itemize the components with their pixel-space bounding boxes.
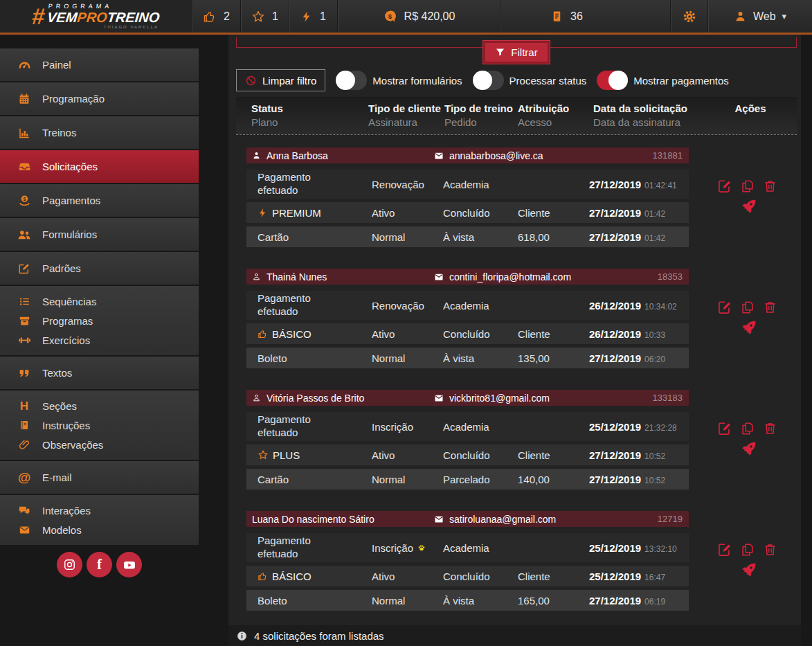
envelope-icon [434, 272, 444, 282]
sidebar-item-sequencias[interactable]: Sequências [0, 291, 199, 311]
delete-button[interactable] [763, 300, 777, 315]
edit-button[interactable] [717, 542, 732, 557]
youtube-button[interactable] [116, 552, 142, 577]
filtrar-button[interactable]: Filtrar [483, 41, 550, 64]
thumbs-up-icon [203, 10, 217, 24]
edit-button[interactable] [717, 421, 732, 436]
envelope-icon [17, 524, 31, 536]
delete-button[interactable] [763, 542, 777, 557]
dumbbell-icon [17, 334, 31, 347]
rocket-button[interactable] [740, 440, 758, 458]
sidebar-item-secoes[interactable]: H Seções [0, 396, 199, 415]
request-card: Anna Barbosa annabarbosa@live.ca 131881 … [236, 147, 797, 247]
client-name: Thainá Nunes [252, 271, 327, 282]
status-row: Pagamento efetuado Inscrição Academia 25… [246, 412, 689, 441]
toggle-label: Processar status [509, 75, 587, 87]
h-icon: H [17, 400, 31, 412]
client-email: vickbrito81@gmail.com [434, 393, 550, 404]
copy-button[interactable] [740, 421, 755, 436]
sidebar-item-solicitacoes[interactable]: Solicitações [0, 150, 199, 183]
request-list: Anna Barbosa annabarbosa@live.ca 131881 … [236, 147, 797, 632]
list-icon [17, 296, 31, 307]
logo-subtitle: THIAGO VARELLA [46, 25, 159, 29]
delete-button[interactable] [763, 421, 777, 436]
settings-button[interactable] [670, 0, 707, 33]
sidebar-item-programas[interactable]: Programas [0, 311, 199, 330]
card-header: Anna Barbosa annabarbosa@live.ca 131881 [246, 147, 689, 163]
edit-button[interactable] [717, 300, 732, 315]
stat-money[interactable]: $ R$ 420,00 [337, 0, 500, 33]
sidebar-item-observacoes[interactable]: Observações [0, 435, 199, 454]
payment-row: Cartão Normal Parcelado 140,00 27/12/201… [246, 469, 689, 490]
facebook-icon: f [97, 557, 102, 573]
sidebar-item-textos[interactable]: Textos [0, 357, 199, 389]
svg-text:$: $ [23, 197, 26, 202]
stat-docs[interactable]: 36 [500, 0, 633, 33]
stat-likes[interactable]: 2 [192, 0, 240, 33]
rocket-button[interactable] [740, 318, 758, 337]
chat-icon [17, 504, 31, 517]
client-name: Vitória Passos de Brito [252, 393, 364, 404]
chart-icon [17, 127, 31, 139]
sidebar-item-exercicios[interactable]: Exercícios [0, 330, 199, 350]
copy-button[interactable] [740, 542, 755, 557]
facebook-button[interactable]: f [87, 552, 112, 577]
svg-text:$: $ [388, 12, 392, 20]
toggle-knob [608, 71, 628, 90]
rocket-button[interactable] [740, 561, 758, 579]
status-row: Pagamento efetuado Renovação Academia 27… [246, 170, 689, 199]
edit-button[interactable] [717, 179, 732, 194]
limpar-filtro-button[interactable]: Limpar filtro [236, 69, 325, 91]
sidebar-item-painel[interactable]: Painel [0, 48, 199, 81]
sidebar-item-instrucoes[interactable]: Instruções [0, 415, 199, 435]
envelope-icon [434, 393, 444, 403]
chevron-down-icon: ▾ [782, 11, 787, 21]
gauge-icon [17, 58, 31, 71]
user-menu[interactable]: Web ▾ [707, 0, 812, 33]
copy-button[interactable] [740, 179, 755, 194]
delete-button[interactable] [763, 179, 777, 194]
edit-square-icon [17, 262, 31, 275]
sidebar-item-padroes[interactable]: Padrões [0, 252, 199, 285]
sidebar-item-pagamentos[interactable]: $ Pagamentos [0, 184, 199, 217]
toggle-mostrar-pagamentos[interactable] [597, 71, 628, 90]
client-name: Anna Barbosa [252, 150, 328, 161]
star-icon [251, 10, 265, 24]
toggle-label: Mostrar formulários [372, 75, 462, 87]
results-summary: 4 solicitações foram listadas [228, 625, 801, 646]
col-atribuicao: AtribuiçãoAcesso [518, 102, 593, 134]
payment-row: Boleto Normal À vista 165,00 27/12/20190… [246, 590, 689, 611]
toggle-mostrar-formularios[interactable] [336, 71, 367, 90]
stat-docs-value: 36 [570, 10, 583, 23]
status-row: Pagamento efetuado Renovação Academia 26… [246, 291, 689, 320]
paperclip-icon [17, 439, 31, 451]
sidebar-item-email[interactable]: @ E-mail [0, 461, 199, 494]
at-icon: @ [17, 471, 31, 484]
copy-button[interactable] [740, 300, 755, 315]
stat-bolts[interactable]: 1 [289, 0, 337, 33]
logo-programa: PROGRAMA [48, 3, 161, 10]
payment-row: Boleto Normal À vista 135,00 27/12/20190… [246, 348, 689, 368]
user-icon [734, 10, 747, 23]
stat-stars-value: 1 [272, 10, 278, 23]
inbox-icon [17, 160, 31, 173]
sidebar-item-treinos[interactable]: Treinos [0, 116, 199, 149]
paw-icon [417, 543, 426, 553]
stat-stars[interactable]: 1 [240, 0, 289, 33]
sidebar-item-modelos[interactable]: Modelos [0, 520, 199, 539]
lightning-icon [300, 10, 313, 23]
instagram-button[interactable] [57, 552, 82, 577]
users-icon [17, 228, 31, 242]
sidebar-item-formularios[interactable]: Formulários [0, 218, 199, 251]
thumbs-up-icon [258, 329, 268, 339]
card-header: Luana Do nascimento Sátiro satiroluanaa@… [246, 511, 689, 527]
toggle-processar-status[interactable] [473, 71, 504, 90]
funnel-icon [495, 47, 505, 57]
document-icon [550, 10, 563, 23]
rocket-button[interactable] [740, 197, 758, 215]
topbar: # PROGRAMA VEMPROTREINO THIAGO VARELLA 2… [0, 0, 812, 35]
sidebar-item-programacao[interactable]: Programação [0, 82, 199, 115]
calendar-icon [17, 93, 31, 105]
sidebar-item-interacoes[interactable]: Interações [0, 501, 199, 520]
payment-row: Cartão Normal À vista 618,00 27/12/20190… [246, 226, 689, 247]
